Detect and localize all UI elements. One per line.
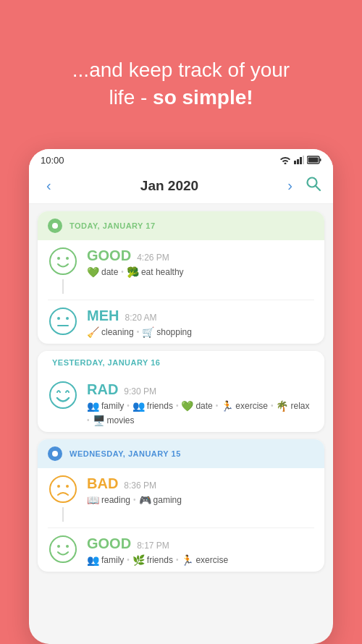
tags-meh: 🧹cleaning • 🛒shopping bbox=[87, 326, 314, 338]
svg-point-11 bbox=[66, 257, 69, 260]
svg-point-20 bbox=[50, 536, 76, 562]
happy-face-icon bbox=[48, 246, 78, 276]
tag-label: exercise bbox=[195, 555, 228, 565]
svg-point-19 bbox=[66, 485, 69, 488]
rad-face-icon bbox=[48, 380, 78, 410]
entry-left-good-wed bbox=[48, 534, 78, 564]
tag-label: cleaning bbox=[101, 327, 134, 337]
entry-content-meh: MEH 8:20 AM 🧹cleaning • 🛒shopping bbox=[87, 306, 314, 338]
svg-point-10 bbox=[57, 257, 60, 260]
today-dot-inner bbox=[52, 223, 58, 229]
tags-bad: 📖reading • 🎮gaming bbox=[87, 494, 314, 506]
svg-point-9 bbox=[50, 248, 76, 274]
mood-time-good-wed: 8:17 PM bbox=[137, 541, 169, 551]
tag-label: relax bbox=[290, 401, 309, 411]
entry-line bbox=[62, 279, 64, 294]
tags-rad: 👥family • 👥friends • 💚date • 🏃exercise •… bbox=[87, 400, 314, 426]
tag-label: date bbox=[101, 267, 118, 277]
mood-row-good-wed: GOOD 8:17 PM bbox=[87, 535, 314, 552]
bad-face-icon bbox=[48, 474, 78, 504]
tag-friends-wed: 🌿friends bbox=[132, 554, 173, 566]
svg-rect-6 bbox=[308, 158, 319, 163]
wednesday-dot bbox=[48, 446, 62, 461]
heart-icon: 💚 bbox=[87, 266, 99, 278]
today-dot bbox=[48, 219, 62, 233]
cleaning-icon: 🧹 bbox=[87, 326, 99, 338]
battery-icon bbox=[307, 156, 321, 164]
svg-point-14 bbox=[66, 317, 69, 320]
entry-rad: RAD 9:30 PM 👥family • 👥friends • 💚date •… bbox=[38, 374, 324, 432]
healthy-icon: 🥦 bbox=[127, 266, 139, 278]
tag-reading: 📖reading bbox=[87, 494, 130, 506]
mood-word-good-wed: GOOD bbox=[87, 535, 131, 552]
svg-point-22 bbox=[66, 545, 69, 548]
content-area: TODAY, JANUARY 17 GOOD 4:26 PM bbox=[29, 204, 333, 641]
tag-eat-healthy: 🥦eat healthy bbox=[127, 266, 184, 278]
friends-icon-wed: 🌿 bbox=[132, 554, 145, 566]
heart-icon-rad: 💚 bbox=[181, 400, 193, 412]
entry-left-bad bbox=[48, 474, 78, 522]
tag-movies: 🖥️movies bbox=[93, 415, 135, 426]
entry-line-bad bbox=[62, 507, 64, 522]
svg-rect-3 bbox=[303, 156, 304, 164]
tags-good: 💚date • 🥦eat healthy bbox=[87, 266, 314, 278]
status-bar: 10:00 bbox=[29, 149, 333, 169]
entry-good: GOOD 4:26 PM 💚date • 🥦eat healthy bbox=[38, 240, 324, 300]
tag-family: 👥family bbox=[87, 400, 124, 412]
svg-rect-5 bbox=[320, 158, 321, 161]
tag-exercise-wed: 🏃exercise bbox=[181, 554, 228, 566]
mood-word-bad: BAD bbox=[87, 475, 118, 492]
tag-date-rad: 💚date bbox=[181, 400, 212, 412]
status-icons bbox=[279, 156, 321, 164]
entry-content-good-wed: GOOD 8:17 PM 👥family • 🌿friends • 🏃exerc… bbox=[87, 534, 314, 566]
tag-label: family bbox=[101, 401, 124, 411]
svg-point-12 bbox=[50, 308, 76, 334]
tag-gaming: 🎮gaming bbox=[139, 494, 182, 506]
mood-word-rad: RAD bbox=[87, 381, 118, 398]
svg-rect-2 bbox=[300, 157, 302, 164]
svg-rect-0 bbox=[294, 161, 296, 164]
entry-content-good: GOOD 4:26 PM 💚date • 🥦eat healthy bbox=[87, 246, 314, 278]
tag-relax: 🌴relax bbox=[276, 400, 309, 412]
wifi-icon bbox=[279, 156, 291, 164]
svg-point-18 bbox=[57, 485, 60, 488]
day-header-wednesday: WEDNESDAY, JANUARY 15 bbox=[38, 439, 324, 468]
wednesday-dot-inner bbox=[52, 451, 58, 457]
shopping-icon: 🛒 bbox=[142, 326, 154, 338]
tag-family-wed: 👥family bbox=[87, 554, 124, 566]
svg-point-21 bbox=[57, 545, 60, 548]
exercise-icon-wed: 🏃 bbox=[181, 554, 193, 566]
tag-label: gaming bbox=[153, 495, 182, 505]
mood-time-bad: 8:36 PM bbox=[124, 480, 156, 491]
signal-icon bbox=[294, 156, 304, 164]
tag-label: eat healthy bbox=[141, 267, 184, 277]
tag-label: friends bbox=[147, 401, 173, 411]
prev-month-button[interactable]: ‹ bbox=[41, 177, 57, 194]
reading-icon: 📖 bbox=[87, 494, 99, 506]
entry-left-meh bbox=[48, 306, 78, 336]
day-card-today: TODAY, JANUARY 17 GOOD 4:26 PM bbox=[38, 211, 324, 344]
svg-point-13 bbox=[57, 317, 60, 320]
tags-good-wed: 👥family • 🌿friends • 🏃exercise bbox=[87, 554, 314, 566]
family-icon: 👥 bbox=[87, 400, 99, 412]
header-section: ...and keep track of your life - so simp… bbox=[0, 0, 362, 149]
happy-face-icon-wed bbox=[48, 534, 78, 564]
mood-time-meh: 8:20 AM bbox=[125, 313, 156, 323]
day-card-yesterday: YESTERDAY, JANUARY 16 RAD 9:30 PM bbox=[38, 351, 324, 432]
next-month-button[interactable]: › bbox=[282, 177, 298, 194]
nav-bar: ‹ Jan 2020 › bbox=[29, 169, 333, 204]
mood-word-good: GOOD bbox=[87, 247, 131, 264]
tag-friends: 👥friends bbox=[132, 400, 173, 412]
mood-word-meh: MEH bbox=[87, 308, 119, 324]
day-header-yesterday: YESTERDAY, JANUARY 16 bbox=[38, 351, 324, 374]
yesterday-label: YESTERDAY, JANUARY 16 bbox=[52, 358, 160, 367]
tag-date: 💚date bbox=[87, 266, 118, 278]
tag-label: movies bbox=[107, 415, 135, 425]
search-button[interactable] bbox=[306, 176, 321, 196]
mood-row-bad: BAD 8:36 PM bbox=[87, 475, 314, 492]
tag-label: date bbox=[195, 401, 212, 411]
svg-point-16 bbox=[50, 382, 76, 408]
wednesday-label: WEDNESDAY, JANUARY 15 bbox=[70, 449, 181, 458]
entry-content-bad: BAD 8:36 PM 📖reading • 🎮gaming bbox=[87, 474, 314, 506]
movies-icon: 🖥️ bbox=[93, 415, 105, 426]
